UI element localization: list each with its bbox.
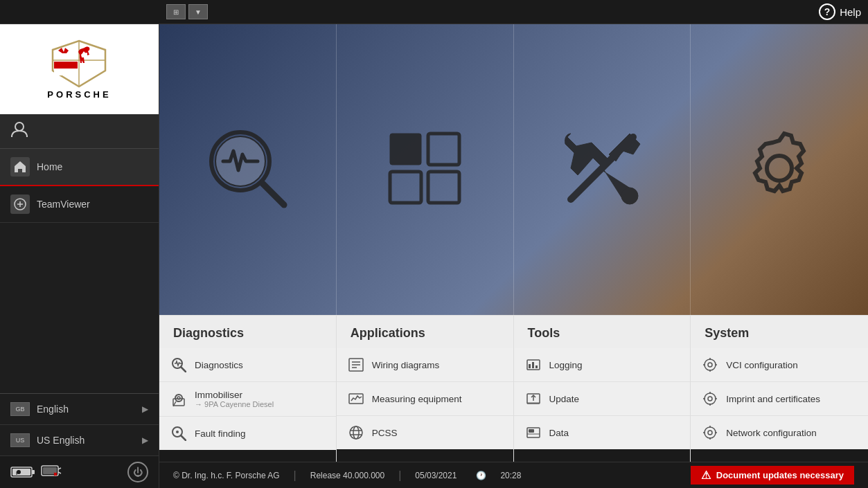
window-dropdown-btn[interactable]: ▼: [188, 4, 208, 19]
update-icon: [524, 390, 542, 408]
vci-configuration-item[interactable]: VCI configuration: [691, 348, 868, 382]
vci-configuration-text: VCI configuration: [726, 360, 858, 370]
network-configuration-text: Network configuration: [726, 428, 858, 438]
language-english-item[interactable]: GB English ▶: [0, 394, 159, 425]
sidebar-nav: Home TeamViewer: [0, 149, 159, 393]
svg-rect-9: [12, 469, 30, 476]
logging-item[interactable]: Logging: [514, 348, 691, 382]
window-resize-btn[interactable]: ⊞: [166, 4, 186, 19]
imprint-certificates-item[interactable]: Imprint and certificates: [691, 382, 868, 416]
diagnostics-item-icon: [170, 356, 188, 374]
network-configuration-item[interactable]: Network configuration: [691, 416, 868, 449]
pcss-label: PCSS: [372, 428, 503, 438]
measuring-equipment-icon: [347, 390, 365, 408]
footer-sep1: |: [294, 469, 296, 482]
svg-rect-8: [32, 470, 35, 474]
network-configuration-icon: [701, 424, 719, 442]
update-item[interactable]: Update: [514, 382, 691, 416]
us-flag-icon: US: [10, 433, 30, 447]
us-english-chevron-icon: ▶: [142, 435, 148, 445]
pcss-icon: [347, 424, 365, 442]
diagnostics-header: Diagnostics: [159, 316, 336, 348]
update-label: Update: [549, 394, 680, 404]
immobiliser-item[interactable]: Immobiliser → 9PA Cayenne Diesel: [159, 382, 336, 417]
svg-rect-4: [54, 69, 78, 75]
top-bar: ⊞ ▼ ? Help: [0, 0, 868, 24]
date-text: 05/03/2021: [415, 471, 457, 480]
sidebar: PORSCHE Home: [0, 24, 159, 488]
english-label: English: [37, 404, 69, 415]
diagnostics-item[interactable]: Diagnostics: [159, 348, 336, 382]
hero-diagnostics-col: [159, 24, 337, 315]
porsche-emblem-icon: [51, 39, 107, 88]
network-icon: [41, 464, 62, 480]
svg-rect-25: [428, 172, 459, 203]
user-icon: [10, 120, 28, 143]
data-item[interactable]: Data: [514, 416, 691, 449]
warning-triangle-icon: ⚠: [701, 469, 711, 482]
data-icon: [524, 424, 542, 442]
svg-rect-55: [529, 429, 534, 433]
svg-point-64: [708, 397, 712, 401]
immobiliser-item-icon: [170, 390, 188, 408]
svg-point-28: [767, 156, 792, 181]
logging-text: Logging: [549, 360, 680, 370]
svg-line-21: [263, 183, 284, 205]
top-bar-left: ⊞ ▼: [0, 4, 805, 19]
status-icons: i: [10, 464, 62, 480]
data-label: Data: [549, 428, 680, 438]
help-button[interactable]: ? Help: [819, 3, 861, 20]
menu-grid: Diagnostics Diagnostics: [159, 315, 868, 462]
english-chevron-icon: ▶: [142, 404, 148, 414]
wiring-diagrams-icon: [347, 356, 365, 374]
gb-flag-icon: GB: [10, 402, 30, 416]
update-text: Update: [549, 394, 680, 404]
network-configuration-label: Network configuration: [726, 428, 858, 438]
fault-finding-item-icon: [170, 424, 188, 442]
svg-point-69: [705, 427, 716, 438]
svg-line-37: [181, 435, 186, 440]
hero-icon-grid: [159, 24, 868, 315]
sidebar-item-home[interactable]: Home: [0, 149, 159, 186]
footer: © Dr. Ing. h.c. F. Porsche AG | Release …: [159, 462, 868, 488]
svg-point-31: [175, 395, 182, 401]
warning-text: Document updates necessary: [716, 470, 844, 480]
brand-name-label: PORSCHE: [47, 89, 111, 100]
imprint-certificates-label: Imprint and certificates: [726, 394, 858, 404]
svg-point-44: [353, 426, 359, 439]
svg-line-30: [181, 367, 186, 372]
system-items: VCI configuration Imprint and certificat…: [691, 348, 868, 449]
wiring-diagrams-label: Wiring diagrams: [372, 360, 503, 370]
svg-point-57: [705, 359, 716, 370]
wiring-diagrams-item[interactable]: Wiring diagrams: [337, 348, 513, 382]
vci-configuration-icon: [701, 356, 719, 374]
svg-rect-49: [532, 362, 534, 368]
language-us-english-item[interactable]: US US English ▶: [0, 425, 159, 456]
svg-rect-22: [390, 134, 421, 165]
measuring-equipment-item[interactable]: Measuring equipment: [337, 382, 513, 416]
immobiliser-sublabel: → 9PA Cayenne Diesel: [195, 400, 326, 408]
immobiliser-label: Immobiliser: [195, 390, 326, 400]
fault-finding-item[interactable]: Fault finding: [159, 417, 336, 450]
tools-hero-icon: [557, 123, 647, 216]
tools-column: Tools Logging: [514, 316, 691, 462]
teamviewer-label: TeamViewer: [37, 199, 90, 210]
system-column: System VCI configuration: [691, 316, 868, 462]
applications-hero-icon: [380, 123, 470, 216]
sidebar-bottom: GB English ▶ US US English ▶: [0, 393, 159, 488]
battery-icon: i: [10, 465, 35, 479]
pcss-item[interactable]: PCSS: [337, 416, 513, 449]
pcss-text: PCSS: [372, 428, 503, 438]
sidebar-item-teamviewer[interactable]: TeamViewer: [0, 186, 159, 223]
immobiliser-item-text: Immobiliser → 9PA Cayenne Diesel: [195, 390, 326, 408]
power-button[interactable]: ⏻: [127, 462, 148, 482]
data-text: Data: [549, 428, 680, 438]
svg-point-5: [15, 123, 24, 131]
diagnostics-item-text: Diagnostics: [195, 360, 326, 370]
system-header: System: [691, 316, 868, 348]
fault-finding-item-text: Fault finding: [195, 428, 326, 439]
svg-point-43: [350, 426, 362, 439]
svg-rect-48: [529, 364, 531, 368]
home-label: Home: [37, 161, 62, 172]
footer-sep2: |: [398, 469, 401, 482]
